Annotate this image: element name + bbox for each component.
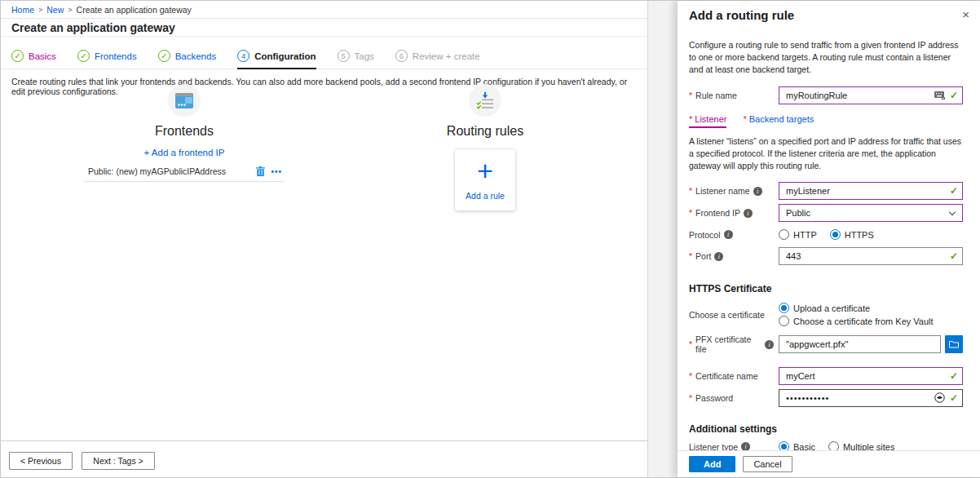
tab-label: Configuration [254,51,316,61]
add-button[interactable]: Add [689,456,735,472]
page-title: Create an application gateway [1,19,647,37]
info-icon [714,252,723,261]
certificate-name-input[interactable] [779,367,963,385]
add-rule-label: Add a rule [455,191,515,201]
frontend-ip-select[interactable]: Public [779,204,963,222]
step-number-circle: 4 [237,50,249,62]
required-marker: * [689,393,692,403]
frontends-icon [168,84,201,117]
radio-icon [779,316,789,326]
keyvault-certificate-radio[interactable]: Choose a certificate from Key Vault [779,316,934,326]
main-content: Home > New > Create an application gatew… [1,1,648,477]
panel-description: Configure a routing rule to send traffic… [689,39,963,77]
pfx-file-label: * PFX certificate file [689,334,779,354]
panel-title: Add a routing rule [689,8,794,22]
frontend-ip-label: Public: (new) myAGPublicIPAddress [88,166,256,176]
info-icon [724,230,733,239]
tab-label: Review + create [413,51,480,61]
tab-label: Listener [695,114,726,124]
https-certificate-heading: HTTPS Certificate [689,283,963,294]
tab-listener[interactable]: * Listener [689,114,726,128]
frontends-section: Frontends + Add a frontend IP Public: (n… [85,84,284,182]
frontend-ip-label: * Frontend IP [689,208,779,218]
plus-icon: + [455,156,515,185]
required-marker: * [743,114,746,124]
panel-tabs: * Listener * Backend targets [689,114,963,128]
breadcrumb: Home > New > Create an application gatew… [1,1,647,19]
required-marker: * [689,186,692,196]
panel-footer: Add Cancel [678,450,980,477]
check-circle-icon: ✓ [11,50,24,62]
app-window: Home > New > Create an application gatew… [0,0,980,478]
routing-rules-title: Routing rules [420,124,550,139]
frontends-title: Frontends [85,124,284,139]
check-circle-icon: ✓ [158,50,170,62]
password-label: * Password [689,393,779,403]
protocol-http-radio[interactable]: HTTP [779,229,817,240]
next-tags-button[interactable]: Next : Tags > [82,452,154,470]
port-input[interactable] [779,247,963,265]
upload-certificate-radio[interactable]: Upload a certificate [779,303,870,313]
port-label: * Port [689,251,779,261]
required-marker: * [689,371,692,381]
add-rule-card[interactable]: + Add a rule [455,149,515,210]
breadcrumb-separator-icon: > [38,6,42,14]
radio-selected-icon [779,303,789,313]
choose-certificate-label: Choose a certificate [689,310,779,320]
keyboard-icon [934,91,945,100]
previous-button[interactable]: < Previous [9,452,73,470]
required-marker: * [689,208,692,218]
breadcrumb-home-link[interactable]: Home [11,5,34,15]
certificate-name-label: * Certificate name [689,371,779,381]
listener-name-input[interactable] [779,182,963,200]
routing-rules-icon [469,84,501,117]
tab-label: Backends [175,51,217,61]
cancel-button[interactable]: Cancel [743,456,792,472]
listener-note: A listener “listens” on a specified port… [689,135,963,173]
add-frontend-ip-link[interactable]: + Add a frontend IP [144,148,225,157]
wizard-footer: < Previous Next : Tags > [1,440,647,477]
info-icon [744,209,753,218]
more-icon[interactable]: ••• [271,167,282,176]
tab-label: Frontends [95,51,137,61]
listener-name-label: * Listener name [689,186,779,196]
info-icon [765,340,774,349]
tab-backend-targets[interactable]: * Backend targets [743,114,814,128]
tab-label: Backend targets [749,114,814,124]
required-marker: * [689,91,692,100]
tab-review-create[interactable]: 6 Review + create [395,50,480,69]
tab-frontends[interactable]: ✓ Frontends [77,50,137,69]
routing-rules-section: Routing rules + Add a rule [420,84,550,210]
tab-basics[interactable]: ✓ Basics [11,50,56,69]
tab-label: Tags [355,51,374,61]
breadcrumb-separator-icon: > [68,6,72,14]
wizard-tabs: ✓ Basics ✓ Frontends ✓ Backends 4 Config… [1,50,647,69]
additional-settings-heading: Additional settings [689,423,963,435]
breadcrumb-new-link[interactable]: New [46,5,64,15]
breadcrumb-current: Create an application gateway [77,5,192,15]
rule-name-label: * Rule name [689,91,779,100]
required-marker: * [689,114,692,124]
radio-selected-icon [830,229,841,240]
step-number-circle: 5 [338,50,350,62]
tab-tags[interactable]: 5 Tags [338,50,374,69]
check-circle-icon: ✓ [77,50,90,62]
protocol-https-radio[interactable]: HTTPS [830,229,874,240]
info-icon [753,187,762,196]
required-marker: * [689,251,692,261]
trash-icon[interactable] [256,166,265,176]
password-reveal-icon[interactable] [934,392,945,403]
protocol-label: Protocol [689,230,779,240]
pfx-file-input[interactable] [779,335,941,353]
step-number-circle: 6 [395,50,408,62]
tab-label: Basics [29,51,56,61]
required-marker: * [689,339,692,349]
radio-icon [779,229,789,240]
frontend-ip-value: Public [786,208,810,218]
close-icon[interactable]: × [962,8,969,20]
browse-folder-button[interactable] [945,335,963,353]
frontend-ip-row[interactable]: Public: (new) myAGPublicIPAddress ••• [85,166,284,182]
tab-backends[interactable]: ✓ Backends [158,50,217,69]
add-routing-rule-panel: Add a routing rule × Configure a routing… [678,1,980,477]
tab-configuration[interactable]: 4 Configuration [237,50,316,69]
